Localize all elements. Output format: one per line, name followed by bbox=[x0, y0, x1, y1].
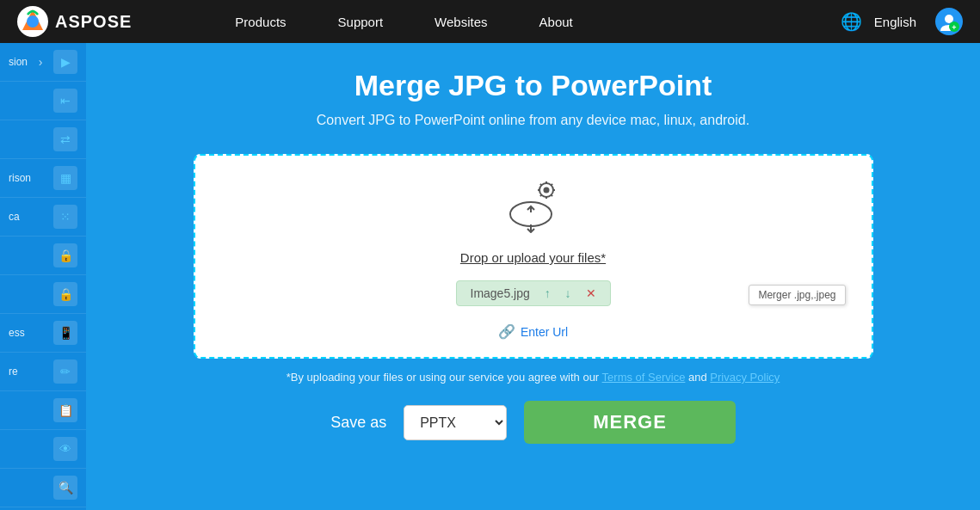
svg-point-1 bbox=[27, 15, 39, 28]
svg-point-7 bbox=[543, 187, 549, 194]
svg-line-12 bbox=[539, 184, 540, 185]
sidebar-icon-7: 📱 bbox=[53, 321, 77, 345]
enter-url-row[interactable]: 🔗 Enter Url bbox=[498, 323, 568, 340]
pencil-icon-8: ✏ bbox=[53, 359, 77, 384]
sidebar-item-7[interactable]: ess 📱 bbox=[0, 314, 86, 353]
page-subtitle: Convert JPG to PowerPoint online from an… bbox=[317, 113, 749, 128]
terms-of-service-link[interactable]: Terms of Service bbox=[602, 371, 686, 384]
merger-badge: Merger .jpg,.jpeg bbox=[749, 285, 845, 305]
sidebar-item-6[interactable]: 🔒 bbox=[0, 275, 86, 314]
sidebar-item-10[interactable]: 👁 bbox=[0, 430, 86, 469]
remove-file-icon[interactable]: ✕ bbox=[586, 286, 596, 300]
sidebar-item-9[interactable]: 📋 bbox=[0, 391, 86, 430]
user-icon: + bbox=[935, 8, 963, 35]
nav-right: 🌐 English + bbox=[841, 8, 963, 35]
sidebar-item-1[interactable]: ⇤ bbox=[0, 82, 86, 120]
logo-area[interactable]: ASPOSE bbox=[17, 6, 132, 37]
terms-row: *By uploading your files or using our se… bbox=[287, 371, 780, 384]
format-select[interactable]: PPTX PPT ODP bbox=[404, 405, 507, 440]
main-area: sion › ▶ ⇤ ⇄ rison ▦ ca ⁙ 🔒 🔒 ess bbox=[0, 43, 980, 510]
sidebar-icon-3: ▦ bbox=[53, 166, 77, 190]
sidebar-item-0[interactable]: sion › ▶ bbox=[0, 43, 86, 82]
merge-button[interactable]: MERGE bbox=[524, 401, 736, 444]
svg-text:+: + bbox=[952, 23, 956, 32]
sidebar-label-8: re bbox=[9, 366, 18, 378]
clipboard-icon-9: 📋 bbox=[53, 398, 77, 422]
svg-line-14 bbox=[551, 184, 552, 185]
svg-line-13 bbox=[551, 195, 552, 196]
user-avatar[interactable]: + bbox=[935, 8, 963, 35]
eye-icon-10: 👁 bbox=[53, 437, 77, 461]
sidebar-item-4[interactable]: ca ⁙ bbox=[0, 198, 86, 237]
logo-text: ASPOSE bbox=[55, 12, 132, 32]
sidebar-icon-0: ▶ bbox=[53, 50, 77, 74]
nav-about[interactable]: About bbox=[539, 15, 573, 29]
sidebar-label-0: sion bbox=[9, 56, 28, 68]
move-up-icon[interactable]: ↑ bbox=[545, 286, 551, 300]
upload-label[interactable]: Drop or upload your files* bbox=[460, 250, 606, 265]
privacy-policy-link[interactable]: Privacy Policy bbox=[710, 371, 780, 384]
sidebar-label-3: rison bbox=[9, 172, 31, 184]
svg-point-3 bbox=[945, 15, 953, 23]
move-down-icon[interactable]: ↓ bbox=[565, 286, 571, 300]
file-name: Image5.jpg bbox=[471, 286, 530, 300]
nav-products[interactable]: Products bbox=[235, 15, 286, 29]
sidebar-item-8[interactable]: re ✏ bbox=[0, 353, 86, 391]
sidebar-item-2[interactable]: ⇄ bbox=[0, 120, 86, 159]
nav-support[interactable]: Support bbox=[338, 15, 384, 29]
svg-line-15 bbox=[539, 195, 540, 196]
sidebar-icon-2: ⇄ bbox=[53, 127, 77, 151]
and-text: and bbox=[688, 371, 707, 384]
file-item: Image5.jpg ↑ ↓ ✕ bbox=[456, 280, 611, 306]
nav-links: Products Support Websites About bbox=[235, 15, 840, 29]
link-icon: 🔗 bbox=[498, 323, 515, 340]
terms-text: *By uploading your files or using our se… bbox=[287, 371, 599, 384]
page-title: Merge JPG to PowerPoint bbox=[354, 69, 712, 102]
upload-box[interactable]: Drop or upload your files* Image5.jpg ↑ … bbox=[194, 154, 873, 359]
cloud-upload-icon bbox=[503, 181, 564, 233]
sidebar: sion › ▶ ⇤ ⇄ rison ▦ ca ⁙ 🔒 🔒 ess bbox=[0, 43, 86, 510]
globe-icon: 🌐 bbox=[841, 11, 862, 32]
chevron-right-icon-0: › bbox=[39, 55, 43, 69]
lock-icon-6: 🔒 bbox=[53, 282, 77, 306]
sidebar-label-7: ess bbox=[9, 327, 25, 339]
enter-url-label[interactable]: Enter Url bbox=[521, 325, 568, 339]
sidebar-icon-4: ⁙ bbox=[53, 205, 77, 229]
content-area: Merge JPG to PowerPoint Convert JPG to P… bbox=[86, 43, 980, 510]
aspose-logo-icon bbox=[17, 6, 48, 37]
sidebar-label-4: ca bbox=[9, 211, 20, 223]
sidebar-item-5[interactable]: 🔒 bbox=[0, 237, 86, 275]
lock-icon-5: 🔒 bbox=[53, 243, 77, 267]
save-as-label: Save as bbox=[330, 414, 386, 432]
sidebar-item-3[interactable]: rison ▦ bbox=[0, 159, 86, 198]
sidebar-item-11[interactable]: 🔍 bbox=[0, 469, 86, 507]
svg-rect-17 bbox=[525, 212, 537, 223]
action-row: Save as PPTX PPT ODP MERGE bbox=[330, 401, 736, 444]
sidebar-icon-1: ⇤ bbox=[53, 89, 77, 113]
upload-icon-area bbox=[503, 181, 564, 237]
top-navigation: ASPOSE Products Support Websites About 🌐… bbox=[0, 0, 980, 43]
language-label[interactable]: English bbox=[874, 15, 916, 29]
nav-websites[interactable]: Websites bbox=[435, 15, 487, 29]
search-icon-11: 🔍 bbox=[53, 476, 77, 500]
